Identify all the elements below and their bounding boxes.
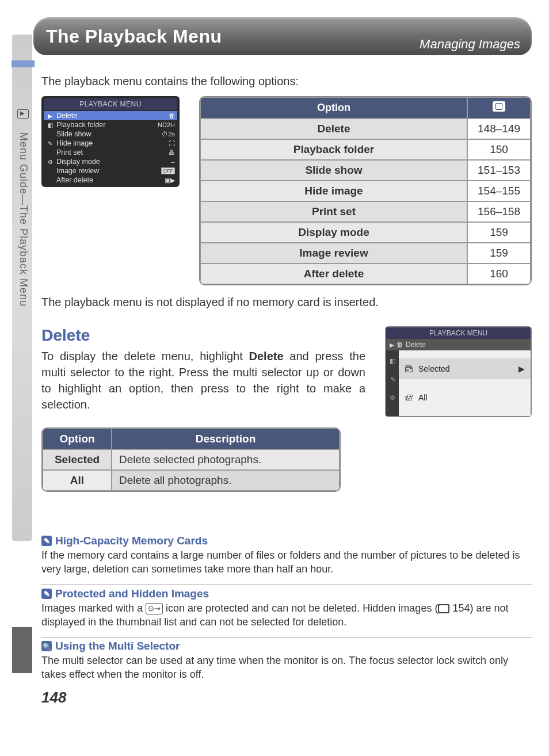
delete-options-table: Option Description Selected Delete selec… <box>41 427 341 492</box>
opt-name: Delete <box>200 119 467 139</box>
opt-pages: 160 <box>467 264 531 284</box>
cam2-opt-label: All <box>418 393 428 402</box>
intro-text: The playback menu contains the following… <box>41 75 532 88</box>
del-col-option: Option <box>43 429 112 449</box>
opt-name: Print set <box>200 201 467 222</box>
note-body: The multi selector can be used at any ti… <box>41 654 532 682</box>
page: Menu Guide—The Playback Menu The Playbac… <box>0 17 549 730</box>
del-desc: Delete all photographs. <box>112 470 340 491</box>
delete-para: To display the delete menu, highlight De… <box>41 348 365 413</box>
opt-name: Display mode <box>200 222 467 243</box>
delete-para-bold: Delete <box>249 350 284 362</box>
sidebar-label: Menu Guide—The Playback Menu <box>17 132 29 307</box>
note-title: High-Capacity Memory Cards <box>55 534 208 547</box>
cam-row-label: Print set <box>54 148 169 156</box>
cam-row-label: Display mode <box>54 158 171 166</box>
table-row: Delete148–149 <box>200 119 531 139</box>
cam2-subheader: ▶ 🗑 Delete <box>386 339 531 350</box>
content: The playback menu contains the following… <box>41 75 532 707</box>
options-table: Option Delete148–149 Playback folder150 … <box>199 96 532 285</box>
note-text: icon are protected and can not be delete… <box>163 602 438 614</box>
opt-name: Hide image <box>200 181 467 201</box>
table-row: Display mode159 <box>200 222 531 243</box>
delete-text: Delete To display the delete menu, highl… <box>41 326 365 413</box>
camera-menu-screenshot: PLAYBACK MENU ▶ Delete 🗑 ◧ Playback fold… <box>41 96 180 187</box>
options-col-pages <box>467 97 531 119</box>
page-title: The Playback Menu <box>46 26 222 47</box>
page-ref-icon <box>438 604 449 613</box>
opt-pages: 156–158 <box>467 201 531 222</box>
cam2-tabs: ◧ ✎ ⚙ <box>386 350 399 416</box>
all-icon: 🖅 <box>405 393 413 402</box>
play-tab-icon: ▶ <box>46 113 54 119</box>
note-heading: Protected and Hidden Images <box>41 585 532 600</box>
table-row: Slide show151–153 <box>200 160 531 181</box>
play-tab-icon: ▶ <box>390 342 394 348</box>
magnifier-icon <box>41 641 52 651</box>
cam-row-value: ⛶ <box>169 140 175 147</box>
del-desc: Delete selected photographs. <box>112 449 340 470</box>
protect-key-icon: ⊙⊸ <box>146 603 163 614</box>
note-heading: High-Capacity Memory Cards <box>41 532 532 547</box>
cam-row-value: 🖶 <box>169 149 175 156</box>
opt-pages: 159 <box>467 222 531 243</box>
table-row: Hide image154–155 <box>200 181 531 201</box>
header-accent <box>12 60 35 67</box>
header: The Playback Menu Managing Images <box>33 17 532 63</box>
selected-icon: 🖆 <box>405 364 413 373</box>
cam2-title: PLAYBACK MENU <box>386 327 531 339</box>
cam-row: ⚙ Display mode -- <box>44 157 177 166</box>
cam-row-value: ND2H <box>158 121 175 128</box>
chevron-right-icon: ▶ <box>518 364 525 373</box>
delete-para-pre: To display the delete menu, highlight <box>41 350 249 362</box>
opt-pages: 150 <box>467 139 531 160</box>
cam2-sub-label: Delete <box>406 341 426 349</box>
pencil-icon <box>41 589 52 599</box>
cam-row-label: Delete <box>54 112 169 120</box>
cam-row-value: ⏱2s <box>162 131 175 138</box>
cam-row-label: Slide show <box>54 130 162 138</box>
trash-icon: 🗑 <box>169 112 175 119</box>
opt-name: Playback folder <box>200 139 467 160</box>
note-body: Images marked with a ⊙⊸ icon are protect… <box>41 601 532 629</box>
camera-tab-icon: ◧ <box>46 122 54 128</box>
cam-row: ◧ Playback folder ND2H <box>44 120 177 129</box>
intro2-text: The playback menu is not displayed if no… <box>41 296 532 309</box>
cam-row: Image review OFF <box>44 166 177 175</box>
cam2-option-all: 🖅 All <box>399 387 531 408</box>
pencil-icon <box>41 536 52 546</box>
cam-row: Slide show ⏱2s <box>44 129 177 139</box>
page-ref-icon <box>493 101 505 112</box>
top-row: PLAYBACK MENU ▶ Delete 🗑 ◧ Playback fold… <box>41 96 532 285</box>
opt-pages: 148–149 <box>467 119 531 139</box>
opt-name: Image review <box>200 243 467 264</box>
cam-row-label: Hide image <box>54 139 169 147</box>
playback-icon <box>17 109 29 119</box>
sidebar-accent <box>12 627 32 673</box>
note-body: If the memory card contains a large numb… <box>41 548 532 576</box>
cam-row-value: ▣▶ <box>165 177 175 184</box>
note-title: Using the Multi Selector <box>55 640 180 652</box>
page-number: 148 <box>41 689 532 707</box>
cam-row: ▶ Delete 🗑 <box>44 111 177 120</box>
cam2-option-selected: 🖆 Selected ▶ <box>399 358 531 379</box>
cam2-options: 🖆 Selected ▶ 🖅 All <box>399 350 531 416</box>
cam-menu-title: PLAYBACK MENU <box>44 98 177 110</box>
table-row: Print set156–158 <box>200 201 531 222</box>
page-subtitle: Managing Images <box>420 37 520 52</box>
table-row: Selected Delete selected photographs. <box>43 449 340 470</box>
delete-heading: Delete <box>41 326 365 345</box>
cam-row: After delete ▣▶ <box>44 175 177 185</box>
camera-tab-icon: ◧ <box>386 352 399 370</box>
cam2-body: ◧ ✎ ⚙ 🖆 Selected ▶ 🖅 <box>386 350 531 416</box>
opt-pages: 151–153 <box>467 160 531 181</box>
opt-name: Slide show <box>200 160 467 181</box>
cam-row-label: Playback folder <box>54 121 158 129</box>
del-opt: All <box>43 470 112 491</box>
note-text: Images marked with a <box>41 602 146 614</box>
trash-icon: 🗑 <box>396 341 403 349</box>
cam-row: Print set 🖶 <box>44 148 177 157</box>
del-col-desc: Description <box>112 429 340 449</box>
cam-row-label: Image review <box>54 167 161 175</box>
opt-pages: 154–155 <box>467 181 531 201</box>
